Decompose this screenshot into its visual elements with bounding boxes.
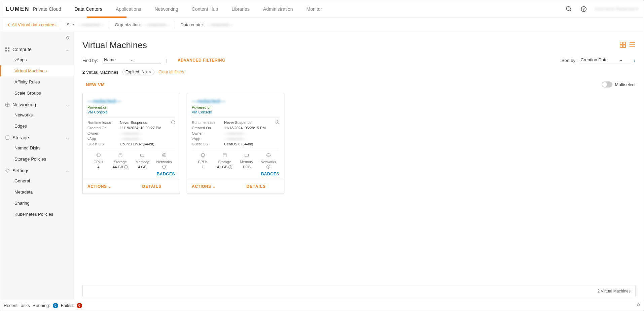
- sidebar-item-general[interactable]: General: [0, 175, 74, 186]
- failed-label: Failed:: [61, 303, 74, 308]
- vm-name[interactable]: —redacted—: [87, 98, 175, 105]
- storage-icon: [5, 135, 10, 140]
- tab-administration[interactable]: Administration: [263, 1, 293, 17]
- find-by-label: Find by:: [82, 58, 98, 63]
- clear-all-filters-link[interactable]: Clear all filters: [158, 70, 184, 74]
- svg-rect-7: [8, 50, 9, 51]
- details-button[interactable]: DETAILS: [142, 184, 162, 189]
- sidebar-group-networking[interactable]: Networking ⌄: [0, 99, 74, 109]
- user-menu[interactable]: Username Redacted ▾: [595, 6, 638, 11]
- info-icon[interactable]: i: [276, 120, 279, 124]
- breadcrumb-bar: All Virtual data centers Site: —redacted…: [0, 18, 644, 32]
- sidebar-group-storage[interactable]: Storage ⌄: [0, 132, 74, 142]
- svg-point-0: [567, 6, 571, 10]
- sidebar-item-vapps[interactable]: vApps: [0, 54, 74, 65]
- info-icon[interactable]: i: [171, 120, 175, 124]
- sort-by-select[interactable]: Creation Date ⌄: [579, 57, 631, 64]
- list-view-icon[interactable]: [629, 41, 636, 49]
- multiselect-toggle[interactable]: [602, 81, 612, 88]
- stat-networks: Networks i: [257, 152, 279, 169]
- vm-console-link[interactable]: VM Console: [87, 110, 175, 114]
- tab-networking[interactable]: Networking: [154, 1, 178, 17]
- tab-monitor[interactable]: Monitor: [307, 1, 322, 17]
- stat-networks: Networks i: [153, 152, 175, 169]
- search-icon[interactable]: [565, 5, 573, 13]
- vm-name[interactable]: —redacted—: [192, 98, 279, 105]
- sidebar-item-metadata[interactable]: Metadata: [0, 186, 74, 198]
- sidebar-group-compute[interactable]: Compute ⌄: [0, 43, 74, 54]
- sidebar-item-networks[interactable]: Networks: [0, 109, 74, 120]
- chevron-down-icon: ⌄: [66, 135, 69, 140]
- sidebar-item-storage-policies[interactable]: Storage Policies: [0, 153, 74, 165]
- sidebar-item-edges[interactable]: Edges: [0, 120, 74, 132]
- vm-status: Powered on: [192, 105, 279, 109]
- sidebar-item-virtual-machines[interactable]: Virtual Machines: [0, 65, 74, 76]
- svg-rect-14: [623, 45, 625, 47]
- sidebar-item-sharing[interactable]: Sharing: [0, 198, 74, 209]
- storage-icon: [214, 152, 236, 159]
- status-bar: Recent Tasks Running: 0 Failed: 0: [0, 300, 644, 311]
- find-by-select[interactable]: Name ⌄: [103, 57, 161, 64]
- main-nav-tabs: Data Centers Applications Networking Con…: [75, 1, 322, 17]
- vm-cards-container: —redacted— Powered on VM Console Runtime…: [82, 93, 636, 194]
- network-icon: [153, 152, 175, 159]
- sidebar-item-named-disks[interactable]: Named Disks: [0, 142, 74, 153]
- badges-link[interactable]: BADGES: [192, 172, 279, 176]
- tab-libraries[interactable]: Libraries: [231, 1, 250, 17]
- dc-label: Data center:: [180, 22, 204, 27]
- vm-count-number: 2: [82, 70, 85, 75]
- info-icon[interactable]: i: [266, 165, 270, 169]
- svg-rect-22: [202, 154, 204, 157]
- recent-tasks-label[interactable]: Recent Tasks: [4, 303, 30, 308]
- actions-button[interactable]: ACTIONS⌄: [87, 184, 111, 189]
- site-value: —redacted—: [78, 22, 104, 27]
- svg-rect-5: [8, 47, 9, 49]
- help-icon[interactable]: [580, 5, 588, 13]
- svg-point-9: [6, 136, 9, 137]
- tab-data-centers[interactable]: Data Centers: [75, 1, 102, 17]
- tab-content-hub[interactable]: Content Hub: [192, 1, 218, 17]
- cpu-icon: [192, 152, 214, 159]
- advanced-filtering-link[interactable]: ADVANCED FILTERING: [178, 58, 225, 63]
- close-icon[interactable]: ✕: [148, 70, 151, 74]
- new-vm-button[interactable]: NEW VM: [82, 82, 105, 87]
- all-vdc-link[interactable]: All Virtual data centers: [7, 22, 56, 27]
- expand-tasks-icon[interactable]: [636, 303, 640, 308]
- vm-console-link[interactable]: VM Console: [192, 110, 279, 114]
- badges-link[interactable]: BADGES: [87, 172, 175, 176]
- filter-pill-expired[interactable]: Expired: No ✕: [122, 69, 154, 75]
- details-button[interactable]: DETAILS: [247, 184, 266, 189]
- svg-point-19: [119, 153, 122, 154]
- tab-applications[interactable]: Applications: [116, 1, 141, 17]
- chevron-down-icon: ⌄: [66, 47, 69, 52]
- info-icon[interactable]: i: [228, 165, 232, 169]
- svg-rect-24: [245, 154, 248, 156]
- svg-rect-4: [5, 47, 7, 49]
- sort-direction-icon[interactable]: ↓: [634, 58, 636, 63]
- network-icon: [257, 152, 279, 159]
- actions-button[interactable]: ACTIONS⌄: [192, 184, 216, 189]
- chevron-down-icon: ⌄: [212, 184, 216, 189]
- info-icon[interactable]: i: [162, 165, 166, 169]
- top-navbar: LUMEN Private Cloud Data Centers Applica…: [0, 0, 644, 18]
- svg-point-3: [584, 10, 584, 11]
- memory-icon: [131, 152, 153, 159]
- sidebar: Compute ⌄ vApps Virtual Machines Affinit…: [0, 32, 74, 300]
- vm-count-label: Virtual Machines: [86, 70, 118, 75]
- sidebar-item-affinity-rules[interactable]: Affinity Rules: [0, 76, 74, 88]
- chevron-left-icon: [7, 23, 10, 27]
- sidebar-group-settings[interactable]: Settings ⌄: [0, 165, 74, 175]
- networking-icon: [5, 102, 10, 107]
- sidebar-item-kubernetes-policies[interactable]: Kubernetes Policies: [0, 209, 74, 220]
- sidebar-item-scale-groups[interactable]: Scale Groups: [0, 88, 74, 99]
- sidebar-collapse-button[interactable]: [0, 32, 74, 43]
- stat-memory: Memory 1 GB: [236, 152, 257, 169]
- info-icon[interactable]: i: [124, 165, 128, 169]
- stat-memory: Memory 4 GB: [131, 152, 153, 169]
- grid-view-icon[interactable]: [619, 41, 626, 49]
- memory-icon: [236, 152, 257, 159]
- compute-icon: [5, 47, 10, 52]
- org-value: —redacted—: [144, 22, 170, 27]
- svg-rect-12: [623, 42, 625, 44]
- svg-rect-13: [620, 45, 622, 47]
